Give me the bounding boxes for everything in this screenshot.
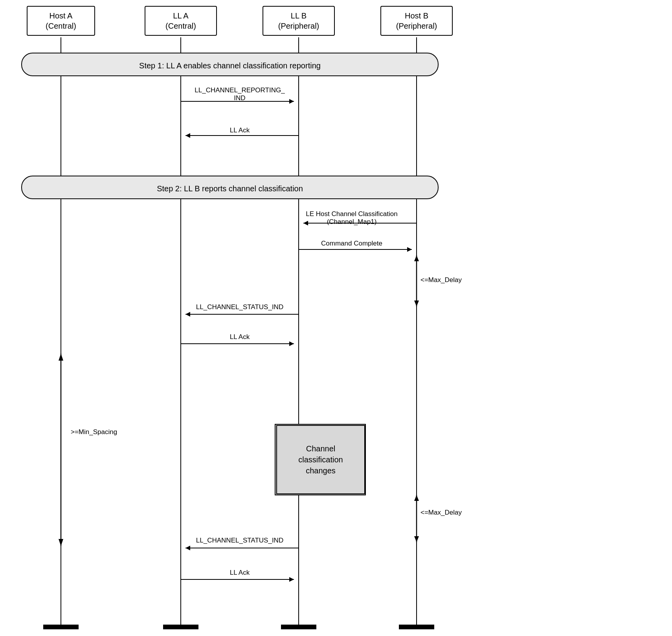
svg-rect-4 xyxy=(43,625,79,629)
msg3-label: LE Host Channel Classification(Channel_M… xyxy=(283,210,420,226)
msg6-label: LL Ack xyxy=(181,333,299,341)
step1-banner: Step 1: LL A enables channel classificat… xyxy=(26,58,434,73)
actor-ll-b: LL B (Peripheral) xyxy=(263,6,335,36)
svg-marker-24 xyxy=(289,341,294,346)
svg-rect-7 xyxy=(399,625,434,629)
msg5-label: LL_CHANNEL_STATUS_IND xyxy=(181,303,299,311)
svg-marker-17 xyxy=(407,247,412,252)
msg8-label: LL Ack xyxy=(181,569,299,577)
msg1-label: LL_CHANNEL_REPORTING_IND xyxy=(181,86,299,103)
sequence-diagram: Host A (Central) LL A (Central) LL B (Pe… xyxy=(0,0,672,636)
svg-marker-35 xyxy=(289,577,294,582)
msg4-label: Command Complete xyxy=(283,240,420,247)
svg-marker-33 xyxy=(185,546,190,550)
svg-marker-27 xyxy=(59,539,63,546)
actor-host-a: Host A (Central) xyxy=(27,6,95,36)
step2-banner: Step 2: LL B reports channel classificat… xyxy=(26,181,434,196)
max-delay1-label: <=Max_Delay xyxy=(420,276,491,284)
arrows-overlay xyxy=(0,0,672,636)
svg-rect-5 xyxy=(163,625,198,629)
max-delay2-label: <=Max_Delay xyxy=(420,509,491,517)
actor-host-b: Host B (Peripheral) xyxy=(380,6,453,36)
msg2-label: LL Ack xyxy=(181,126,299,134)
svg-marker-31 xyxy=(414,536,419,542)
actor-ll-a: LL A (Central) xyxy=(145,6,217,36)
min-spacing-label: >=Min_Spacing xyxy=(71,428,149,436)
svg-marker-19 xyxy=(414,255,419,261)
svg-marker-26 xyxy=(59,354,63,361)
svg-marker-30 xyxy=(414,495,419,501)
channel-changes-box: Channelclassificationchanges xyxy=(276,425,365,494)
msg7-label: LL_CHANNEL_STATUS_IND xyxy=(181,537,299,544)
svg-rect-6 xyxy=(281,625,316,629)
svg-marker-20 xyxy=(414,301,419,306)
svg-marker-22 xyxy=(185,312,190,317)
